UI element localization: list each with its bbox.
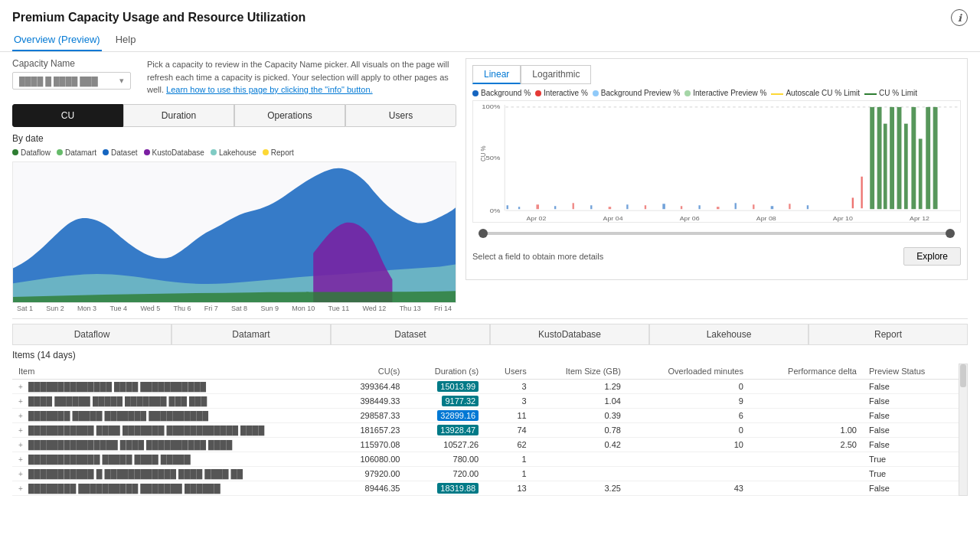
cell-preview: False <box>863 422 959 437</box>
table-header-row: Item CU(s) Duration (s) Users Item Size … <box>12 364 959 380</box>
cell-overloaded <box>627 466 750 481</box>
nav-tab-operations[interactable]: Operations <box>234 104 345 127</box>
table-row[interactable]: + ████████████ █████ ████ █████ 106080.0… <box>12 452 959 466</box>
table-row[interactable]: + ████████ ██████████ ███████ ██████ 894… <box>12 481 959 495</box>
chart-mode-logarithmic[interactable]: Logarithmic <box>521 65 591 84</box>
scrollbar-thumb[interactable] <box>960 364 966 387</box>
right-chart-area[interactable]: 100% 50% 0% <box>472 100 961 223</box>
right-panel: Linear Logarithmic Background % Interact… <box>466 58 968 312</box>
expand-icon[interactable]: + <box>18 441 23 449</box>
table-row[interactable]: + ██████████████ ████ ███████████ 399364… <box>12 379 959 393</box>
cell-size <box>533 452 627 466</box>
cell-perf <box>750 379 863 393</box>
svg-rect-33 <box>933 107 938 209</box>
area-chart[interactable] <box>12 161 456 303</box>
cell-cu: 97920.00 <box>333 466 406 481</box>
capacity-info-link[interactable]: Learn how to use this page by clicking t… <box>166 85 373 94</box>
cell-overloaded: 9 <box>627 393 750 408</box>
cell-item: + ███████████████ ████ ██████████ ████ <box>12 437 333 452</box>
chart-mode-tabs: Linear Logarithmic <box>472 65 961 84</box>
bottom-tab-datamart[interactable]: Datamart <box>172 324 331 345</box>
expand-icon[interactable]: + <box>18 470 23 478</box>
cell-preview: False <box>863 437 959 452</box>
separator <box>12 318 968 319</box>
svg-rect-21 <box>789 204 790 209</box>
expand-icon[interactable]: + <box>18 455 23 464</box>
cell-item: + ██████████████ ████ ███████████ <box>12 379 333 393</box>
right-legend-cu-limit: CU % Limit <box>864 89 917 97</box>
explore-button[interactable]: Explore <box>903 247 961 266</box>
cell-duration: 9177.32 <box>406 393 485 408</box>
nav-tab-duration[interactable]: Duration <box>123 104 234 127</box>
cell-users: 1 <box>485 466 533 481</box>
svg-rect-34 <box>852 197 854 208</box>
cell-cu: 181657.23 <box>333 422 406 437</box>
table-scrollbar[interactable] <box>959 364 968 496</box>
right-legend-int-preview: Interactive Preview % <box>684 89 766 97</box>
cell-overloaded: 10 <box>627 437 750 452</box>
svg-rect-27 <box>890 107 894 209</box>
legend-report: Report <box>263 148 294 157</box>
svg-rect-26 <box>884 124 887 210</box>
explore-bar: Select a field to obtain more details Ex… <box>472 247 961 266</box>
cell-users: 74 <box>485 422 533 437</box>
cell-preview: False <box>863 379 959 393</box>
cell-duration: 15013.99 <box>406 379 485 393</box>
cell-perf <box>750 393 863 408</box>
svg-rect-31 <box>919 139 923 209</box>
bottom-tab-dataflow[interactable]: Dataflow <box>12 324 172 345</box>
table-header: Items (14 days) <box>12 350 968 360</box>
legend-dataflow: Dataflow <box>12 148 51 157</box>
svg-text:CU %: CU % <box>479 145 488 161</box>
expand-icon[interactable]: + <box>18 426 23 435</box>
chart-mode-linear[interactable]: Linear <box>472 65 521 84</box>
slider-right-thumb[interactable] <box>946 229 955 238</box>
bottom-section: Dataflow Datamart Dataset KustoDatabase … <box>0 324 980 496</box>
svg-rect-16 <box>698 205 700 209</box>
capacity-dropdown[interactable]: ████ █ ████ ███ ▾ <box>12 72 131 90</box>
time-slider-container <box>472 223 961 244</box>
cell-users: 11 <box>485 408 533 422</box>
time-slider[interactable] <box>479 229 955 238</box>
svg-rect-7 <box>536 204 539 209</box>
expand-icon[interactable]: + <box>18 383 23 391</box>
bottom-tab-report[interactable]: Report <box>808 324 968 345</box>
nav-tab-users[interactable]: Users <box>345 104 456 127</box>
capacity-dropdown-value: ████ █ ████ ███ <box>19 77 98 86</box>
tab-help[interactable]: Help <box>114 29 138 51</box>
cell-size: 0.42 <box>533 437 627 452</box>
legend-lakehouse: Lakehouse <box>211 148 256 157</box>
svg-rect-25 <box>877 107 882 209</box>
table-row[interactable]: + ███████████ ████ ███████ ████████████ … <box>12 422 959 437</box>
svg-rect-12 <box>626 204 628 209</box>
expand-icon[interactable]: + <box>18 412 23 420</box>
nav-tab-cu[interactable]: CU <box>12 104 123 127</box>
legend-circle-int-preview <box>684 90 691 96</box>
cell-item: + ████████ ██████████ ███████ ██████ <box>12 481 333 495</box>
slider-track <box>479 232 955 235</box>
item-name: ████████████ █████ ████ █████ <box>28 455 191 464</box>
info-icon[interactable]: ℹ <box>951 9 968 26</box>
expand-icon[interactable]: + <box>18 484 23 493</box>
svg-rect-19 <box>753 204 754 209</box>
expand-icon[interactable]: + <box>18 397 23 406</box>
svg-rect-14 <box>662 204 665 209</box>
slider-left-thumb[interactable] <box>479 229 488 238</box>
col-cu: CU(s) <box>333 364 406 380</box>
item-name: ███████████ █ ████████████ ████ ████ ██ <box>28 469 243 478</box>
bottom-tab-dataset[interactable]: Dataset <box>331 324 490 345</box>
table-row[interactable]: + ████ ██████ █████ ███████ ███ ███ 3984… <box>12 393 959 408</box>
table-row[interactable]: + ███████ █████ ███████ ██████████ 29858… <box>12 408 959 422</box>
main-content: Capacity Name ████ █ ████ ███ ▾ Pick a c… <box>0 52 980 318</box>
capacity-label-col: Capacity Name ████ █ ████ ███ ▾ <box>12 58 135 90</box>
table-row[interactable]: + ███████████ █ ████████████ ████ ████ █… <box>12 466 959 481</box>
svg-rect-23 <box>861 177 862 208</box>
svg-rect-5 <box>507 205 508 209</box>
bottom-tab-kustodatabase[interactable]: KustoDatabase <box>490 324 649 345</box>
cell-overloaded: 0 <box>627 379 750 393</box>
table-row[interactable]: + ███████████████ ████ ██████████ ████ 1… <box>12 437 959 452</box>
svg-rect-11 <box>609 207 612 209</box>
bottom-tab-lakehouse[interactable]: Lakehouse <box>649 324 808 345</box>
svg-rect-15 <box>681 206 682 209</box>
tab-overview[interactable]: Overview (Preview) <box>12 29 102 51</box>
